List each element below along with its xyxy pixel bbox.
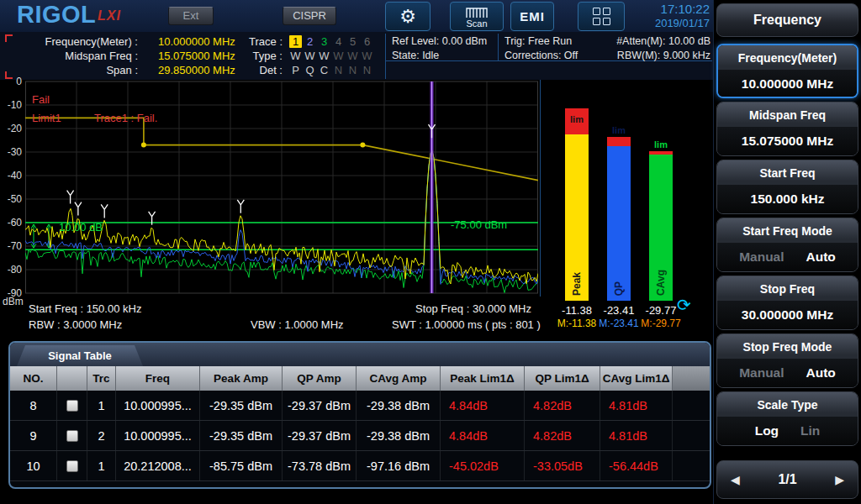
softkey-value: 10.000000 MHz (718, 70, 857, 98)
cell-cavg: -97.16 dBm (357, 451, 441, 480)
y-tick: -80 (0, 264, 22, 276)
trace-cell: W (317, 50, 331, 62)
trace-cell: C (317, 64, 331, 76)
trace-cell: Q (303, 64, 317, 76)
softkey-start-freq[interactable]: Start Freq150.000 kHz (716, 160, 858, 214)
cell-peak: -29.35 dBm (200, 391, 283, 420)
cell-aux (673, 451, 710, 480)
cispr-button[interactable]: CISPR (283, 7, 336, 25)
signal-table-header: NO.TrcFreqPeak AmpQP AmpCAvg AmpPeak Lim… (10, 366, 710, 391)
softkey-label: Scale Type (717, 392, 858, 417)
cell-cavg_lim: 4.81dB (600, 421, 673, 450)
column-header: Peak Amp (200, 366, 283, 391)
cell-peak_lim: 4.84dB (441, 391, 525, 420)
rbw-meter-text: RBW(M): 9.000 kHz (590, 49, 710, 63)
option-lin[interactable]: Lin (800, 423, 820, 438)
option-auto[interactable]: Auto (806, 249, 836, 265)
window-layout-button[interactable] (578, 2, 625, 31)
option-manual[interactable]: Manual (739, 249, 784, 265)
settings-button[interactable]: ⚙ (385, 2, 430, 31)
swt-text: SWT : 1.00000 ms ( pts : 801 ) (392, 318, 541, 331)
softkey-stop-freq-mode[interactable]: Stop Freq ModeManualAuto (716, 333, 858, 388)
limit-exceed-cap (607, 137, 631, 146)
softkey-value: ManualAuto (717, 243, 858, 271)
cell-qp_lim: 4.82dB (525, 391, 600, 420)
meter-frequency-label: Frequency(Meter) : (12, 35, 138, 48)
row-checkbox[interactable] (66, 400, 78, 412)
softkey-start-freq-mode[interactable]: Start Freq ModeManualAuto (716, 218, 858, 272)
midspan-freq-value: 15.075000 MHz (158, 50, 235, 62)
softkey-label: Start Freq Mode (717, 218, 858, 243)
softkey-value: 30.000000 MHz (717, 301, 858, 329)
divider (498, 34, 499, 60)
trace-cell: W (303, 50, 317, 62)
softkey-value: ManualAuto (717, 359, 858, 387)
emi-mode-button[interactable]: EMI (510, 2, 554, 31)
table-row[interactable]: 8110.000995...-29.35 dBm-29.37 dBm-29.38… (10, 391, 710, 421)
table-row[interactable]: 10120.212008...-85.75 dBm-73.78 dBm-97.1… (10, 451, 710, 481)
page-navigation[interactable]: ◀ 1/1 ▶ (716, 460, 858, 499)
trace-cell: 4 (331, 35, 346, 48)
cell-aux (673, 391, 710, 420)
column-header: CAvg Lim1Δ (600, 366, 673, 391)
option-auto[interactable]: Auto (806, 365, 836, 381)
trace-type-row: Type : WWWWWW (242, 49, 374, 63)
softkey-label: Stop Freq Mode (717, 334, 858, 359)
gear-icon: ⚙ (399, 6, 416, 28)
signal-table-tab[interactable]: Signal Table (17, 345, 143, 366)
scan-button-label: Scan (466, 18, 487, 29)
row-checkbox[interactable] (66, 430, 78, 442)
softkey-stop-freq[interactable]: Stop Freq30.000000 MHz (716, 276, 858, 330)
span-row: Span : 29.850000 MHz (12, 63, 235, 77)
softkey-value: 150.000 kHz (717, 185, 858, 213)
softkey-label: Frequency(Meter) (718, 45, 857, 70)
option-manual[interactable]: Manual (739, 365, 784, 381)
lxi-logo: LXI (98, 8, 121, 24)
date-display: 2019/01/17 (626, 17, 710, 29)
bar-label-qp: QP (613, 281, 625, 296)
top-bar: RIGOL LXI Ext CISPR ⚙ Scan EMI 17:10:22 … (0, 0, 713, 32)
y-axis-unit: dBm (3, 296, 24, 307)
state-text: State: Idle (392, 49, 487, 63)
trace-cell: N (346, 64, 360, 76)
trigger-text: Trig: Free Run (504, 34, 578, 49)
y-tick: -30 (0, 146, 22, 158)
cell-trc: 2 (87, 421, 116, 450)
bar-label-cavg: CAvg (655, 270, 667, 296)
cell-qp: -29.37 dBm (283, 421, 357, 450)
option-log[interactable]: Log (755, 423, 779, 438)
meter-bar-peak: Peak (565, 108, 589, 301)
page-indicator: 1/1 (778, 472, 796, 487)
start-freq-text: Start Freq : 150.00 kHz (29, 302, 141, 315)
trace-cell: P (288, 64, 303, 76)
cell-qp_lim: -33.05dB (525, 451, 600, 480)
trace-row: Trace : 123456 (242, 34, 374, 49)
cell-peak: -29.35 dBm (200, 421, 283, 450)
atten-text: #Atten(M): 10.00 dB (590, 34, 710, 49)
trace-type-label: Type : (242, 50, 283, 62)
meter-frequency-row: Frequency(Meter) : 10.000000 MHz (12, 34, 235, 49)
softkey-midspan-freq[interactable]: Midspan Freq15.075000 MHz (716, 102, 858, 156)
table-row[interactable]: 9210.000995...-29.35 dBm-29.37 dBm-29.38… (10, 421, 710, 451)
softkey-panel: Frequency ◀ 1/1 ▶ Frequency(Meter)10.000… (713, 0, 861, 504)
lim-label: lim (564, 114, 589, 124)
column-header (57, 366, 87, 391)
cell-cavg: -29.38 dBm (357, 391, 441, 420)
cell-no: 9 (10, 421, 57, 450)
clock: 17:10:22 2019/01/17 (626, 2, 710, 29)
midspan-freq-row: Midspan Freq : 15.075000 MHz (12, 49, 235, 63)
cell-aux (57, 391, 87, 420)
column-header: Freq (116, 366, 200, 391)
midspan-freq-label: Midspan Freq : (12, 50, 138, 62)
softkey-scale-type[interactable]: Scale TypeLogLin (716, 391, 858, 446)
prev-page-icon[interactable]: ◀ (731, 473, 740, 486)
column-header: NO. (10, 366, 57, 391)
ext-trigger-button[interactable]: Ext (168, 7, 214, 25)
next-page-icon[interactable]: ▶ (835, 473, 844, 486)
softkey-frequency-meter-[interactable]: Frequency(Meter)10.000000 MHz (716, 44, 858, 98)
scan-button[interactable]: Scan (450, 2, 504, 31)
column-header: QP Lim1Δ (525, 366, 600, 391)
fail-indicator: Fail (32, 93, 50, 106)
span-label: Span : (12, 64, 138, 76)
row-checkbox[interactable] (66, 460, 78, 472)
